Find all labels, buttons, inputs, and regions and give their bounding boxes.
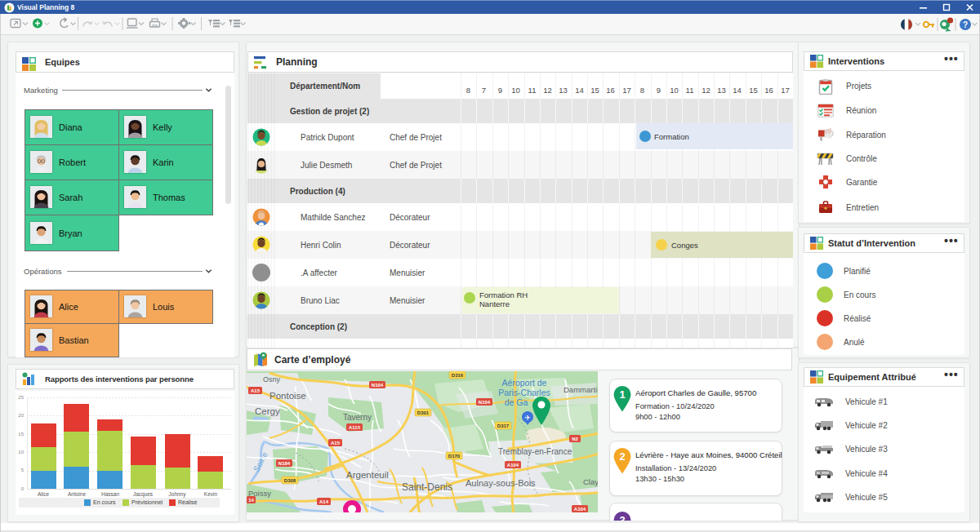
svg-text:Tremblay-en-France: Tremblay-en-France [498,447,572,456]
svg-text:N104: N104 [372,383,384,388]
svg-text:Taverny: Taverny [343,413,372,422]
svg-text:A104: A104 [574,507,586,512]
svg-text:D170: D170 [448,454,461,459]
svg-text:N104: N104 [479,400,491,405]
svg-text:Osny: Osny [263,375,281,383]
svg-text:D301: D301 [417,410,430,415]
svg-text:✈: ✈ [524,414,531,422]
svg-text:Cergy: Cergy [255,406,280,416]
svg-text:A104: A104 [507,463,519,468]
svg-text:1: 1 [619,388,625,401]
svg-text:Nanterre: Nanterre [479,299,510,308]
svg-text:Pontoise: Pontoise [270,391,306,401]
svg-text:D308: D308 [284,478,296,483]
svg-text:de Ga: de Ga [505,397,528,407]
svg-text:14: 14 [248,498,254,503]
svg-text:D317: D317 [497,423,510,428]
svg-text:Formation: Formation [654,132,689,141]
svg-text:Aéroport de: Aéroport de [502,378,547,388]
svg-text:3: 3 [619,514,625,521]
svg-text:Claye: Claye [583,477,598,486]
svg-text:?: ? [963,20,968,29]
svg-text:N184: N184 [278,461,291,466]
svg-text:A115: A115 [349,425,361,430]
svg-text:A15: A15 [251,388,261,393]
svg-text:N2: N2 [572,437,578,441]
svg-text:A15: A15 [331,441,341,446]
svg-text:Argenteuil: Argenteuil [346,470,389,480]
svg-text:A14: A14 [319,499,329,504]
svg-text:Aulnay-sous-Bois: Aulnay-sous-Bois [466,478,536,488]
svg-text:D316: D316 [452,373,464,378]
svg-text:Formation RH: Formation RH [479,290,528,299]
svg-text:Paris-Charles: Paris-Charles [498,388,550,397]
svg-text:Dammartin: Dammartin [564,385,598,394]
svg-text:Saint-Denis: Saint-Denis [402,481,452,493]
svg-text:2: 2 [619,450,625,463]
svg-text:Conges: Conges [671,241,698,250]
